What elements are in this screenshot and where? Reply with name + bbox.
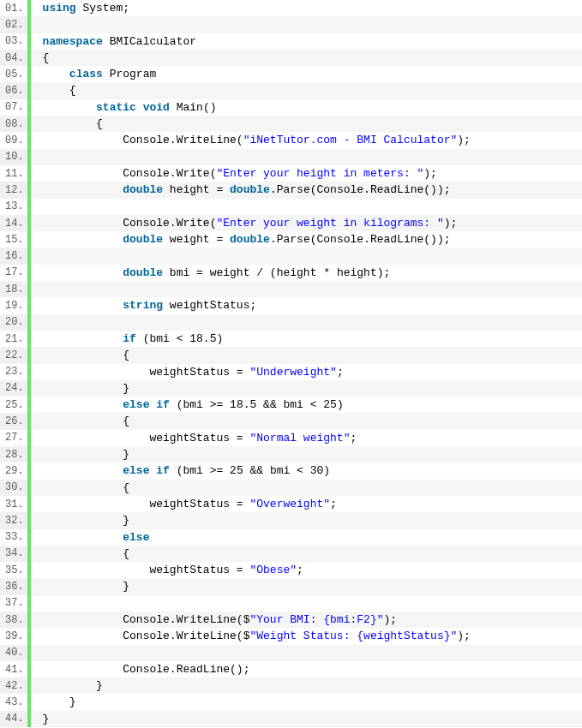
token-plain: Console.Write(: [43, 217, 217, 230]
token-plain: .Parse(Console.ReadLine());: [270, 183, 451, 196]
line-number-text: 02.: [5, 19, 24, 31]
token-plain: Console.ReadLine();: [43, 663, 250, 676]
token-plain: {: [43, 84, 76, 97]
token-plain: weightStatus =: [43, 366, 250, 379]
line-number: 21.: [0, 331, 31, 347]
line-number-text: 29.: [5, 465, 24, 477]
line-number: 09.: [0, 132, 31, 148]
token-kw: if: [156, 464, 170, 477]
code-line: double bmi = weight / (height * height);: [31, 265, 582, 281]
line-number-text: 22.: [5, 349, 24, 361]
line-number-text: 17.: [5, 266, 24, 278]
line-number: 12.: [0, 182, 31, 198]
token-plain: {: [43, 117, 103, 130]
line-number: 22.: [0, 347, 31, 363]
line-number: 31.: [0, 496, 31, 512]
token-plain: [43, 464, 123, 477]
code-line: Console.Write("Enter your weight in kilo…: [31, 215, 582, 231]
token-kw: double: [123, 233, 163, 246]
line-number-text: 40.: [5, 647, 24, 659]
code-line: weightStatus = "Normal weight";: [31, 430, 582, 446]
line-number-text: 31.: [5, 498, 24, 510]
code-line: Console.WriteLine("iNetTutor.com - BMI C…: [31, 132, 582, 148]
line-number-text: 33.: [5, 531, 24, 543]
line-number-text: 12.: [5, 184, 24, 196]
token-plain: );: [457, 630, 471, 642]
token-kw: else: [123, 398, 149, 411]
line-number: 34.: [0, 546, 31, 562]
token-kw: double: [123, 266, 163, 279]
line-number: 42.: [0, 677, 31, 694]
code-line: }: [31, 578, 582, 594]
code-line: {: [31, 82, 582, 98]
token-plain: weightStatus =: [43, 564, 250, 576]
line-number: 05.: [0, 66, 31, 82]
code-area: using System;namespace BMICalculator{ cl…: [31, 0, 582, 727]
line-number-text: 28.: [5, 449, 24, 461]
token-str: "Overweight": [249, 498, 330, 510]
code-line: }: [31, 512, 582, 528]
token-str: "iNetTutor.com - BMI Calculator": [243, 134, 458, 146]
token-plain: Program: [103, 68, 156, 81]
code-line: Console.WriteLine($"Weight Status: {weig…: [31, 628, 582, 644]
line-number-text: 03.: [5, 35, 24, 47]
line-number: 23.: [0, 364, 31, 380]
code-block: 01.02.03.04.05.06.07.08.09.10.11.12.13.1…: [0, 0, 582, 727]
line-number: 27.: [0, 430, 31, 446]
line-number-text: 04.: [5, 52, 24, 64]
token-kw: namespace: [43, 35, 103, 48]
token-kw: static: [96, 101, 136, 114]
code-line: [31, 281, 582, 297]
line-number: 11.: [0, 165, 31, 182]
token-plain: {: [43, 481, 129, 494]
line-number: 13.: [0, 199, 31, 215]
line-number: 10.: [0, 149, 31, 165]
line-number-text: 30.: [5, 481, 24, 493]
line-number: 36.: [0, 578, 31, 594]
token-plain: ;: [337, 366, 344, 379]
token-plain: {: [43, 547, 129, 560]
code-line: {: [31, 116, 582, 132]
code-line: [31, 16, 582, 33]
line-number: 25.: [0, 397, 31, 413]
line-number: 35.: [0, 562, 31, 578]
token-kw: else: [123, 531, 149, 544]
token-str: "Weight Status: {weightStatus}": [249, 630, 457, 642]
token-plain: );: [423, 167, 437, 180]
line-number-text: 19.: [5, 300, 24, 312]
line-number-text: 09.: [5, 134, 24, 146]
line-number: 08.: [0, 116, 31, 132]
token-plain: );: [383, 613, 397, 626]
token-plain: [43, 398, 123, 411]
line-number-text: 38.: [5, 614, 24, 626]
line-number-text: 16.: [5, 250, 24, 262]
token-plain: Console.WriteLine($: [43, 613, 250, 626]
token-plain: (bmi >= 18.5 && bmi < 25): [170, 398, 344, 411]
code-line: Console.WriteLine($"Your BMI: {bmi:F2}")…: [31, 612, 582, 628]
line-number-text: 39.: [5, 630, 24, 642]
code-line: {: [31, 546, 582, 562]
line-number: 04.: [0, 50, 31, 66]
line-number: 03.: [0, 33, 31, 50]
token-str: "Obese": [249, 564, 297, 576]
token-kw: else: [123, 464, 149, 477]
code-line: }: [31, 711, 582, 727]
line-number-text: 42.: [5, 680, 24, 692]
line-number: 38.: [0, 612, 31, 628]
line-number-text: 27.: [5, 432, 24, 444]
token-plain: }: [43, 679, 103, 692]
line-number: 16.: [0, 248, 31, 264]
line-number: 06.: [0, 82, 31, 98]
token-plain: ;: [350, 432, 357, 445]
code-line: using System;: [31, 0, 582, 16]
token-plain: );: [444, 217, 458, 230]
token-plain: weightStatus =: [43, 432, 250, 445]
line-number: 40.: [0, 645, 31, 661]
token-plain: }: [43, 382, 129, 395]
token-plain: weightStatus;: [163, 299, 256, 312]
token-kw: double: [123, 183, 163, 196]
token-plain: ;: [297, 564, 303, 576]
code-line: [31, 149, 582, 165]
code-line: }: [31, 380, 582, 397]
token-plain: [43, 332, 123, 345]
